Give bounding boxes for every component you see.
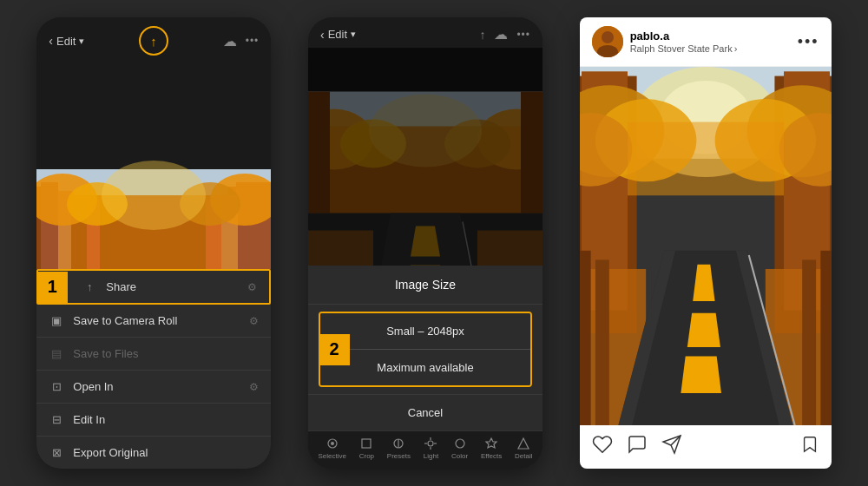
share-gear-icon[interactable]: ⚙ [247,281,257,293]
share-menu-item[interactable]: ↑ Share ⚙ [36,269,271,305]
image-size-overlay: Image Size 2 Small – 2048px Maximum avai… [308,48,542,430]
files-icon: ▤ [49,347,64,360]
svg-marker-52 [486,438,496,448]
open-in-gear-icon[interactable]: ⚙ [249,381,259,393]
toolbar-crop[interactable]: Crop [359,437,374,460]
svg-marker-53 [518,438,529,449]
svg-point-55 [602,31,614,43]
cloud-icon-p2[interactable]: ☁ [494,26,508,43]
bottom-toolbar: Selective Crop Presets [308,430,542,469]
open-in-item[interactable]: ⊡ Open In ⚙ [36,371,271,404]
step1-badge: 1 [36,272,68,303]
svg-rect-83 [802,259,816,425]
save-camera-label: Save to Camera Roll [73,314,177,327]
toolbar-effects[interactable]: Effects [481,437,502,460]
toolbar-crop-label: Crop [359,452,374,460]
save-camera-left: ▣ Save to Camera Roll [49,314,177,327]
small-2048-option[interactable]: Small – 2048px [320,313,530,350]
panel-image-size: ‹ Edit ▾ ↑ ☁ ••• [308,17,542,469]
ig-road-photo [580,67,832,425]
toolbar-presets[interactable]: Presets [387,437,411,460]
photo-area-p1: 1 ↑ Share ⚙ ▣ Save to Camera Roll ⚙ [36,61,271,469]
topbar-panel2: ‹ Edit ▾ ↑ ☁ ••• [308,17,542,48]
open-in-left: ⊡ Open In [49,380,113,393]
edit-label-p1[interactable]: Edit [56,35,76,48]
back-chevron-p2-icon[interactable]: ‹ [320,28,325,42]
toolbar-presets-label: Presets [387,452,411,460]
svg-rect-82 [595,259,609,425]
ig-header: pablo.a Ralph Stover State Park › ••• [580,17,832,67]
export-label: Export Original [73,446,148,459]
share-button-highlighted[interactable]: ↑ [139,26,168,56]
ig-more-button[interactable]: ••• [798,33,819,51]
more-icon-p2[interactable]: ••• [516,29,530,41]
toolbar-detail[interactable]: Detail [515,437,532,460]
save-files-label: Save to Files [73,347,138,360]
share-icon-p2[interactable]: ↑ [479,28,485,42]
ig-actions-bar [580,425,832,469]
dropdown-arrow-p2[interactable]: ▾ [351,29,356,40]
topbar-center-p1: ↑ [139,26,168,56]
share-row-container: 1 ↑ Share ⚙ [36,269,271,305]
share-menu-overlay: 1 ↑ Share ⚙ ▣ Save to Camera Roll ⚙ [36,269,271,469]
ig-share-button[interactable] [661,434,682,460]
save-files-item: ▤ Save to Files [36,338,271,371]
ig-avatar [592,26,623,57]
toolbar-color-label: Color [451,452,468,460]
edit-in-item[interactable]: ⊟ Edit In [36,404,271,437]
more-icon-p1[interactable]: ••• [246,35,260,47]
toolbar-selective[interactable]: Selective [318,437,345,460]
camera-gear-icon[interactable]: ⚙ [249,315,259,327]
svg-rect-43 [362,439,371,448]
ig-comment-button[interactable] [627,434,648,460]
small-2048-label: Small – 2048px [386,325,464,338]
toolbar-detail-label: Detail [515,452,532,460]
svg-point-51 [456,439,464,448]
svg-rect-80 [580,251,591,425]
toolbar-selective-label: Selective [318,452,345,460]
share-label: Share [106,280,136,293]
topbar-right-p1: ☁ ••• [223,33,260,49]
ig-like-button[interactable] [592,434,613,460]
topbar-right-p2: ↑ ☁ ••• [479,26,530,43]
ig-location-arrow: › [734,43,738,54]
instagram-panel: pablo.a Ralph Stover State Park › ••• [580,17,832,469]
photo-area-p2: Image Size 2 Small – 2048px Maximum avai… [308,48,542,430]
svg-rect-81 [820,251,832,425]
panel-share-menu: ‹ Edit ▾ ↑ ☁ ••• [36,17,271,469]
cancel-button[interactable]: Cancel [308,394,542,430]
svg-point-46 [428,441,433,446]
svg-marker-75 [687,313,720,347]
open-in-icon: ⊡ [49,380,64,393]
topbar-left-p2[interactable]: ‹ Edit ▾ [320,28,356,42]
toolbar-light[interactable]: Light [424,437,438,460]
step2-badge: 2 [319,334,350,365]
cloud-icon-p1[interactable]: ☁ [223,33,237,49]
edit-in-left: ⊟ Edit In [49,413,105,426]
ig-bookmark-button[interactable] [800,435,819,459]
dropdown-arrow-p1[interactable]: ▾ [79,36,84,47]
edit-in-icon: ⊟ [49,413,64,426]
save-camera-roll-item[interactable]: ▣ Save to Camera Roll ⚙ [36,305,271,338]
back-chevron-icon[interactable]: ‹ [49,34,53,48]
ig-photo [580,67,832,425]
topbar-left-p1[interactable]: ‹ Edit ▾ [49,34,84,48]
cancel-label: Cancel [408,406,443,419]
maximum-available-option[interactable]: Maximum available [320,350,530,385]
share-item-left: ↑ Share [82,280,136,293]
toolbar-effects-label: Effects [481,452,502,460]
export-original-item[interactable]: ⊠ Export Original [36,437,271,469]
size-options-container: 2 Small – 2048px Maximum available [308,312,542,387]
share-menu-icon: ↑ [82,280,97,293]
edit-in-label: Edit In [73,413,105,426]
svg-marker-76 [681,357,721,393]
maximum-available-label: Maximum available [377,361,473,374]
ig-location-text: Ralph Stover State Park [630,43,733,54]
open-in-label: Open In [73,380,113,393]
ig-location[interactable]: Ralph Stover State Park › [630,43,738,54]
ig-username: pablo.a [630,30,738,43]
toolbar-color[interactable]: Color [451,437,468,460]
ig-actions-left [592,434,682,460]
edit-label-p2[interactable]: Edit [328,28,347,41]
svg-point-42 [331,442,334,445]
